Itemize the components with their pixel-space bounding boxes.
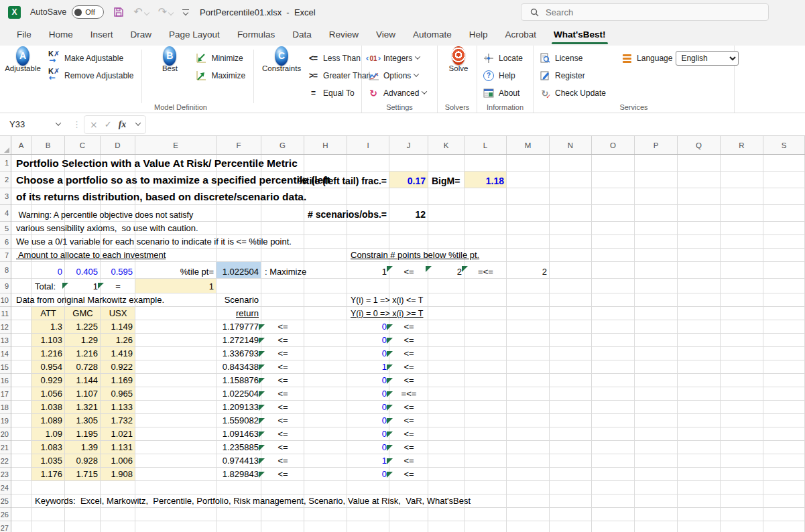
tab-review[interactable]: Review — [320, 24, 367, 46]
undo-button[interactable]: ↶ — [133, 7, 148, 17]
ribbon-register-button[interactable]: Register — [535, 67, 609, 84]
cell-C12[interactable]: 1.225 — [73, 320, 101, 334]
cell-G19[interactable]: <= — [261, 414, 304, 427]
cell-C16[interactable]: 1.144 — [73, 374, 101, 387]
cell-G23[interactable]: <= — [261, 468, 304, 481]
cell-C15[interactable]: 0.728 — [73, 360, 101, 374]
ribbon-locate-button[interactable]: Locate — [479, 50, 526, 67]
cell-J23[interactable]: <= — [389, 468, 428, 481]
enter-icon[interactable]: ✓ — [105, 119, 112, 129]
cell-J13[interactable]: <= — [389, 334, 428, 347]
cell-C19[interactable]: 1.305 — [73, 414, 101, 427]
cell-G18[interactable]: <= — [261, 401, 304, 414]
cell-D15[interactable]: 0.922 — [108, 360, 135, 374]
cell-F8[interactable]: 1.022504 — [220, 262, 261, 279]
cell-F15[interactable]: 0.843438 — [220, 360, 261, 374]
cell-J22[interactable]: <= — [389, 454, 428, 468]
formula-input[interactable] — [153, 115, 805, 134]
cell-B20[interactable]: 1.09 — [43, 427, 65, 441]
column-header-N[interactable]: N — [550, 136, 592, 154]
cell-A3[interactable]: of its returns distribution, based on di… — [13, 188, 309, 205]
cell-B13[interactable]: 1.103 — [38, 334, 65, 347]
cell-F12[interactable]: 1.179777 — [220, 320, 261, 334]
column-header-E[interactable]: E — [135, 136, 216, 154]
cell-D22[interactable]: 1.006 — [108, 454, 135, 468]
ribbon-best-button[interactable]: BBest — [151, 50, 188, 72]
cell-C23[interactable]: 1.715 — [73, 468, 101, 481]
autosave-toggle[interactable]: Off — [72, 5, 104, 19]
cell-L8[interactable]: =<= — [465, 262, 507, 279]
column-header-G[interactable]: G — [261, 136, 304, 154]
cell-D14[interactable]: 1.419 — [108, 347, 135, 360]
cell-D12[interactable]: 1.149 — [108, 320, 135, 334]
qat-customize-button[interactable] — [182, 9, 189, 15]
ribbon-adjustable-button[interactable]: AAdjustable — [4, 50, 42, 72]
column-header-F[interactable]: F — [216, 136, 261, 154]
column-header-A[interactable]: A — [11, 136, 32, 154]
cell-J21[interactable]: <= — [389, 441, 428, 454]
cancel-icon[interactable]: × — [90, 119, 98, 130]
tab-formulas[interactable]: Formulas — [229, 24, 284, 46]
search-input[interactable] — [544, 7, 748, 18]
column-header-B[interactable]: B — [32, 136, 65, 154]
ribbon-help-button[interactable]: ?Help — [479, 67, 526, 84]
column-header-K[interactable]: K — [428, 136, 465, 154]
cell-F17[interactable]: 1.022504 — [220, 387, 261, 401]
insert-function-button[interactable]: fx — [119, 119, 127, 130]
cell-J16[interactable]: <= — [389, 374, 428, 387]
cell-C13[interactable]: 1.29 — [78, 334, 101, 347]
cell-B8[interactable]: 0 — [55, 262, 65, 279]
cell-B18[interactable]: 1.038 — [38, 401, 65, 414]
cell-I10[interactable]: Y(i) = 1 => x(i) <= T — [348, 293, 426, 307]
cell-F20[interactable]: 1.091463 — [220, 427, 261, 441]
cell-J2[interactable]: 0.17 — [405, 172, 428, 188]
column-header-D[interactable]: D — [101, 136, 135, 154]
cell-A5[interactable]: various sensibility axioms, so use with … — [13, 222, 201, 235]
column-header-M[interactable]: M — [507, 136, 550, 154]
tab-automate[interactable]: Automate — [404, 24, 460, 46]
cell-B21[interactable]: 1.083 — [38, 441, 65, 454]
tab-what-sbest[interactable]: What'sBest! — [545, 24, 614, 46]
cell-G15[interactable]: <= — [261, 360, 304, 374]
cell-D13[interactable]: 1.26 — [113, 334, 135, 347]
cell-F14[interactable]: 1.336793 — [220, 347, 261, 360]
cell-B17[interactable]: 1.056 — [38, 387, 65, 401]
cell-C14[interactable]: 1.216 — [73, 347, 101, 360]
cell-C11[interactable]: GMC — [65, 307, 101, 320]
tab-acrobat[interactable]: Acrobat — [497, 24, 546, 46]
cell-C21[interactable]: 1.39 — [78, 441, 101, 454]
cell-D20[interactable]: 1.021 — [108, 427, 135, 441]
cell-D19[interactable]: 1.732 — [108, 414, 135, 427]
cell-M8[interactable]: 2 — [540, 262, 550, 279]
formula-bar-handle[interactable]: ⋮ — [72, 119, 81, 129]
cell-F11[interactable]: return — [233, 307, 261, 320]
cell-A10[interactable]: Data from original Markowitz example. — [13, 293, 167, 307]
language-select[interactable]: English — [676, 51, 739, 66]
cell-I11[interactable]: Y(i) = 0 => x(i) >= T — [348, 307, 426, 320]
cell-G12[interactable]: <= — [261, 320, 304, 334]
column-header-Q[interactable]: Q — [678, 136, 721, 154]
cell-G8[interactable]: : Maximize — [262, 262, 309, 279]
cell-G20[interactable]: <= — [261, 427, 304, 441]
select-all-button[interactable] — [0, 136, 11, 154]
column-header-J[interactable]: J — [389, 136, 428, 154]
cell-E8[interactable]: %tile pt= — [178, 262, 216, 279]
ribbon-maximize-button[interactable]: Maximize — [191, 67, 249, 84]
cell-F19[interactable]: 1.559082 — [220, 414, 261, 427]
cell-A6[interactable]: We use a 0/1 variable for each scenario … — [13, 235, 294, 249]
cell-C20[interactable]: 1.195 — [73, 427, 101, 441]
cell-B22[interactable]: 1.035 — [38, 454, 65, 468]
cell-D11[interactable]: USX — [101, 307, 135, 320]
cell-C8[interactable]: 0.405 — [73, 262, 101, 279]
search-box[interactable] — [521, 3, 769, 21]
column-header-L[interactable]: L — [465, 136, 507, 154]
tab-data[interactable]: Data — [284, 24, 320, 46]
ribbon-minimize-button[interactable]: Minimize — [191, 50, 249, 67]
ribbon-make-adjustable-button[interactable]: K✗→Make Adjustable — [44, 50, 137, 67]
tab-draw[interactable]: Draw — [122, 24, 161, 46]
tab-view[interactable]: View — [367, 24, 404, 46]
cell-D23[interactable]: 1.908 — [108, 468, 135, 481]
cell-G14[interactable]: <= — [261, 347, 304, 360]
cell-K2[interactable]: BigM= — [429, 172, 462, 188]
column-header-H[interactable]: H — [304, 136, 347, 154]
